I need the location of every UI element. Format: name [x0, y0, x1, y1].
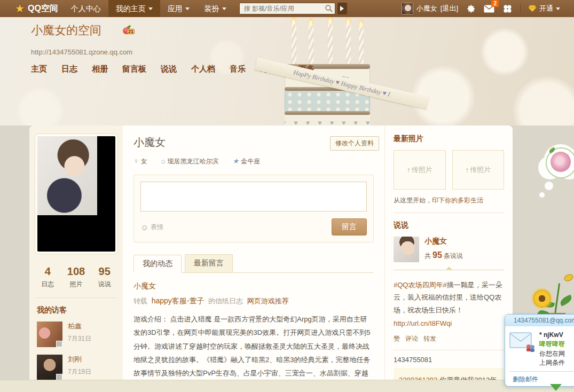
- leave-message-button[interactable]: 留言: [332, 218, 367, 236]
- tab-latest-messages[interactable]: 最新留言: [185, 254, 233, 272]
- nav-home[interactable]: 主页: [31, 64, 47, 74]
- bubble-trail: [545, 182, 553, 190]
- menu-item-personal-center[interactable]: 个人中心: [64, 0, 108, 17]
- visitor-date: 7月31日: [68, 334, 91, 343]
- candle-flame: [345, 17, 351, 26]
- rose-thought-bubble: [541, 143, 574, 213]
- message-input[interactable]: [140, 182, 367, 211]
- shuoshuo-title: 说说: [394, 221, 504, 230]
- top-navbar: ★ QQ空间 个人中心 我的主页 应用 装扮 小魔女 [退出]: [0, 0, 574, 17]
- vip-open-button[interactable]: 开通: [528, 4, 560, 13]
- nav-blog[interactable]: 日志: [61, 64, 77, 74]
- upload-arrow-icon: ↑: [465, 166, 469, 174]
- feed-source-link[interactable]: happy客服-萱子: [152, 296, 205, 305]
- right-sidebar: 最新照片 ↑ 传照片 ↑ 传照片 从这里开始，印下你的多彩生活 说说 小魔女 共…: [384, 126, 513, 380]
- visitors-title: 我的访客: [37, 305, 115, 315]
- visitor-avatar[interactable]: [37, 355, 62, 380]
- mail-notification-popup: 1434755081@qq.com * njKwV 啤呀啤呀 你想在网 上网条件…: [505, 314, 574, 387]
- mail-preview: 上网条件: [539, 358, 565, 367]
- menu-item-apps[interactable]: 应用: [160, 0, 197, 17]
- space-title: 小魔女的空间: [31, 22, 101, 38]
- visitor-item[interactable]: 刘刚 7月19日: [37, 355, 115, 380]
- ribbon-band-dots: [285, 91, 370, 111]
- candle: [309, 26, 313, 66]
- shuoshuo-post: #QQ农场四周年#摘一颗星，采一朵云，装入祝福的信封里，送给QQ农场，祝农场生日…: [394, 279, 504, 330]
- candle: [346, 25, 351, 66]
- nav-shuoshuo[interactable]: 说说: [161, 64, 177, 74]
- menu-item-decorate[interactable]: 装扮: [197, 0, 234, 17]
- mail-subject-link[interactable]: 啤呀啤呀: [539, 340, 565, 349]
- mail-button[interactable]: 2: [484, 4, 494, 13]
- triangle-up-icon: [445, 266, 453, 270]
- settings-button[interactable]: [466, 4, 476, 13]
- shuoshuo-user-name[interactable]: 小魔女: [424, 237, 463, 246]
- plant-leaf: [559, 295, 573, 307]
- apple-level-icon[interactable]: 21: [123, 26, 132, 34]
- chevron-down-icon: [222, 7, 226, 10]
- stats-row: 4 日志 108 照片 95 说说: [29, 254, 123, 297]
- delete-mail-link[interactable]: 删除邮件: [505, 372, 574, 384]
- user-name: 小魔女: [416, 4, 437, 13]
- feed-item: 小魔女 转载 happy客服-萱子 的信纸日志 网页游戏推荐 游戏介绍： 点击进…: [123, 273, 384, 380]
- rose-icon: [551, 152, 571, 172]
- search-go-button[interactable]: [337, 3, 347, 14]
- search-input[interactable]: [239, 3, 335, 14]
- nav-profile[interactable]: 个人档: [191, 64, 215, 74]
- stat-photos[interactable]: 108 照片: [67, 265, 85, 289]
- mail-preview: 你想在网: [539, 349, 565, 358]
- visitor-name[interactable]: 刘刚: [68, 355, 91, 364]
- avatar: [402, 3, 413, 14]
- top-menu: 个人中心 我的主页 应用 装扮: [64, 0, 234, 17]
- latest-photos-title: 最新照片: [394, 134, 504, 144]
- feed-tabs: 我的动态 最新留言: [133, 254, 374, 273]
- logout-link[interactable]: [退出]: [441, 4, 458, 13]
- logo-text: QQ空间: [28, 3, 58, 14]
- shuoshuo-user: 小魔女 共95条说说: [394, 237, 504, 262]
- profile-photo-frame[interactable]: [35, 134, 117, 254]
- mail-sender: * njKwV: [539, 331, 565, 340]
- user-menu[interactable]: 小魔女 [退出]: [402, 3, 458, 14]
- search-area: [239, 3, 347, 14]
- search-icon[interactable]: [325, 4, 333, 13]
- visitor-name[interactable]: 柏鑫: [68, 322, 91, 331]
- candle: [328, 24, 333, 66]
- visitor-item[interactable]: 柏鑫 7月31日: [37, 322, 115, 347]
- profile-meta: ♀女 ⌂现居黑龙江哈尔滨 ★金牛座: [133, 157, 374, 166]
- sunflower-icon: [533, 289, 551, 308]
- post-actions: 赞 评论 转发: [394, 334, 504, 343]
- print-life-link[interactable]: 印下你的多彩生活: [432, 197, 483, 204]
- apps-center-button[interactable]: [502, 4, 513, 13]
- like-button[interactable]: 赞: [394, 334, 400, 343]
- upload-photo-button[interactable]: ↑ 传照片: [394, 150, 446, 190]
- diamond-icon: [528, 5, 537, 12]
- nav-guestbook[interactable]: 留言板: [122, 64, 146, 74]
- comment-button[interactable]: 评论: [405, 334, 418, 343]
- emoticon-button[interactable]: ☺ 表情: [140, 223, 163, 232]
- post-url-link[interactable]: http://url.cn/I8FWqi: [394, 317, 504, 330]
- avatar[interactable]: [394, 237, 419, 262]
- comment-box: 2280361292你愿意做我2013年的谁？想好了给我评论1朋友: [394, 368, 504, 380]
- shuoshuo-count-number: 95: [433, 250, 442, 260]
- stat-shuoshuo[interactable]: 95 说说: [98, 265, 111, 289]
- feed-body-text: 游戏介绍： 点击进入猎魔 是一款西方背景的大型奇幻Arpg页游，采用自主研发的3…: [133, 312, 374, 380]
- hashtag-link[interactable]: #QQ农场四周年#: [394, 281, 447, 289]
- envelope-people-icon: [509, 331, 535, 352]
- gear-icon: [467, 4, 476, 13]
- visitor-avatar[interactable]: [37, 322, 62, 347]
- edit-profile-button[interactable]: 修改个人资料: [330, 136, 379, 151]
- collapse-arrow-icon[interactable]: [550, 384, 562, 391]
- candle: [292, 25, 296, 65]
- menu-item-my-home[interactable]: 我的主页: [108, 0, 160, 17]
- nav-albums[interactable]: 相册: [92, 64, 108, 74]
- qzone-logo[interactable]: ★ QQ空间: [0, 2, 64, 15]
- feed-title-link[interactable]: 网页游戏推荐: [247, 297, 289, 305]
- bottom-toolbar[interactable]: [0, 380, 574, 392]
- tab-my-feeds[interactable]: 我的动态: [133, 255, 182, 273]
- avatar-corner: [56, 341, 62, 347]
- nav-music[interactable]: 音乐: [230, 64, 246, 74]
- forward-button[interactable]: 转发: [423, 334, 436, 343]
- feed-author-link[interactable]: 小魔女: [133, 281, 374, 291]
- stat-blogs[interactable]: 4 日志: [41, 265, 54, 289]
- left-sidebar: 4 日志 108 照片 95 说说 我的访客 柏鑫 7月31日 刘刚 7月19日: [29, 126, 123, 380]
- upload-photo-button[interactable]: ↑ 传照片: [452, 150, 505, 190]
